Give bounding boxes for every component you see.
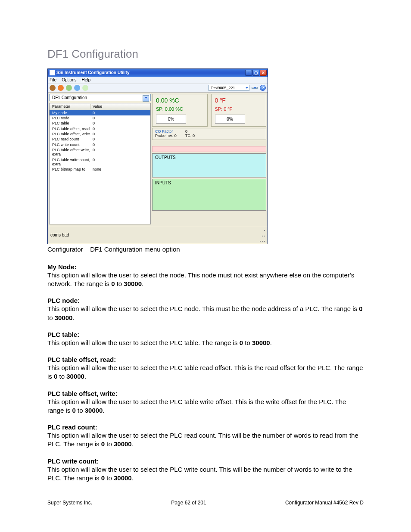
client-area: DF1 Configuration Parameter Value My nod… <box>48 93 268 226</box>
left-column: DF1 Configuration Parameter Value My nod… <box>49 94 151 225</box>
help-icon[interactable]: ? <box>260 85 266 91</box>
section-body: This option will allow the user to selec… <box>47 339 364 347</box>
cell: PLC bitmap map to <box>52 167 91 171</box>
page-footer: Super Systems Inc. Page 62 of 201 Config… <box>47 500 364 506</box>
config-picker-label: DF1 Configuration <box>52 95 87 100</box>
doc-section: My Node:This option will allow the user … <box>47 263 364 289</box>
config-picker[interactable]: DF1 Configuration <box>49 94 151 102</box>
doc-section: PLC table offset, write:This option will… <box>47 390 364 415</box>
doc-section: PLC table offset, read:This option will … <box>47 356 364 381</box>
table-row[interactable]: PLC table write count, extra0 <box>50 157 150 167</box>
cell: 0 <box>91 158 150 167</box>
cell: 0 <box>91 111 150 115</box>
readout-c-value: 0.00 %C <box>156 97 204 104</box>
resize-grip-icon[interactable] <box>260 227 265 243</box>
doc-section: PLC table:This option will allow the use… <box>47 331 364 347</box>
app-window: SSi Instrument Configuration Utility – ▢… <box>47 68 268 244</box>
window-title: SSi Instrument Configuration Utility <box>56 70 245 75</box>
readout-left: 0.00 %C SP: 0.00 %C 0% <box>152 94 208 127</box>
table-row[interactable]: PLC node0 <box>50 115 150 121</box>
cell: 0 <box>91 121 150 125</box>
doc-section: PLC node:This option will allow the user… <box>47 297 364 322</box>
tool-icon-4[interactable] <box>74 85 80 91</box>
cell: none <box>91 167 150 171</box>
titlebar: SSi Instrument Configuration Utility – ▢… <box>48 69 268 77</box>
figure-caption: Configurator – DF1 Configuration menu op… <box>47 246 364 253</box>
section-heading: PLC write count: <box>47 457 364 465</box>
doc-section: PLC read count:This option will allow th… <box>47 423 364 449</box>
readout-f-pct: 0% <box>215 115 245 124</box>
cell: PLC table offset, read <box>52 127 91 131</box>
table-row[interactable]: PLC bitmap map tonone <box>50 167 150 172</box>
outputs-label: OUTPUTS <box>155 155 176 160</box>
tool-icon-1[interactable] <box>50 85 56 91</box>
co-factor-value: 0 <box>185 129 263 134</box>
readout-right: 0 ºF SP: 0 ºF 0% <box>211 94 267 127</box>
cell: 0 <box>91 137 150 141</box>
cell: My node <box>52 111 91 115</box>
tool-icon-3[interactable] <box>66 85 72 91</box>
minimize-button[interactable]: – <box>245 70 252 76</box>
window-buttons: – ▢ ✕ <box>245 70 267 76</box>
section-body: This option will allow the user to selec… <box>47 398 364 415</box>
tool-icon-5[interactable] <box>82 85 88 91</box>
tool-icon-2[interactable] <box>58 85 64 91</box>
col-parameter[interactable]: Parameter <box>52 104 91 109</box>
menu-help[interactable]: Help <box>82 78 91 83</box>
doc-section: PLC write count:This option will allow t… <box>47 457 364 483</box>
tc-label: TC: 0 <box>185 134 263 138</box>
small-combo[interactable] <box>252 87 258 89</box>
section-heading: PLC table: <box>47 331 364 338</box>
readout-c-pct: 0% <box>156 115 186 124</box>
table-row[interactable]: PLC table0 <box>50 121 150 126</box>
col-value[interactable]: Value <box>91 104 150 109</box>
readout-f-sp: SP: 0 ºF <box>215 106 263 112</box>
section-body: This option will allow the user to selec… <box>47 305 364 322</box>
footer-center: Page 62 of 201 <box>171 500 206 506</box>
footer-right: Configurator Manual #4562 Rev D <box>285 500 364 506</box>
table-row[interactable]: PLC write count0 <box>50 142 150 147</box>
toolbar: Test9005_221 ? <box>48 84 268 93</box>
chevron-down-icon <box>145 97 147 99</box>
section-heading: PLC node: <box>47 297 364 304</box>
inputs-label: INPUTS <box>155 180 171 185</box>
cell: PLC table <box>52 121 91 125</box>
maximize-button[interactable]: ▢ <box>252 70 259 76</box>
readout-f-value: 0 ºF <box>215 97 263 104</box>
footer-left: Super Systems Inc. <box>47 500 92 506</box>
section-body: This option will allow the user to selec… <box>47 465 364 483</box>
table-row[interactable]: PLC table offset write, extra0 <box>50 147 150 157</box>
section-body: This option will allow the user to selec… <box>47 364 364 381</box>
close-button[interactable]: ✕ <box>260 70 267 76</box>
readout-c-sp: SP: 0.00 %C <box>156 106 204 112</box>
section-heading: PLC table offset, read: <box>47 356 364 363</box>
device-combo[interactable]: Test9005_221 <box>209 85 249 91</box>
cell: PLC table offset write, extra <box>52 148 91 157</box>
cell: PLC node <box>52 116 91 120</box>
cell: 0 <box>91 116 150 120</box>
outputs-panel: OUTPUTS <box>152 153 266 177</box>
table-header: Parameter Value <box>50 103 150 110</box>
page-title: DF1 Configuration <box>47 47 364 61</box>
table-row[interactable]: My node0 <box>50 110 150 115</box>
table-row[interactable]: PLC read count0 <box>50 137 150 142</box>
cell: PLC table write count, extra <box>52 158 91 167</box>
info-box: CO Factor Probe mV: 0 0 TC: 0 <box>152 128 266 140</box>
menu-file[interactable]: File <box>50 78 56 83</box>
app-icon <box>50 70 55 75</box>
table-row[interactable]: PLC table offset, read0 <box>50 126 150 131</box>
cell: PLC write count <box>52 143 91 147</box>
co-factor-label: CO Factor <box>155 129 185 134</box>
section-body: This option will allow the user to selec… <box>47 271 364 289</box>
menu-options[interactable]: Options <box>62 78 76 83</box>
section-heading: PLC read count: <box>47 423 364 431</box>
pink-bar <box>152 146 266 152</box>
probe-mv-label: Probe mV: 0 <box>155 134 185 138</box>
status-bar: coms bad <box>48 226 268 244</box>
section-heading: My Node: <box>47 263 364 271</box>
table-row[interactable]: PLC table offset, write0 <box>50 131 150 137</box>
section-body: This option will allow the user to selec… <box>47 431 364 449</box>
cell: 0 <box>91 148 150 157</box>
status-text: coms bad <box>50 233 69 238</box>
cell: 0 <box>91 127 150 131</box>
